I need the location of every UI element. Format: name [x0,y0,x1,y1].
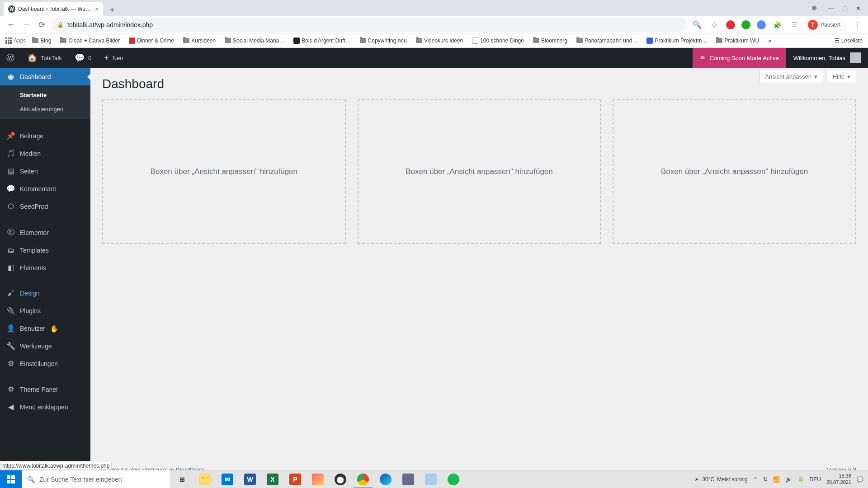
favicon [293,38,300,44]
menu-benutzer[interactable]: 👤Benutzer [0,319,90,337]
menu-werkzeuge[interactable]: 🔧Werkzeuge [0,337,90,355]
folder-icon [183,38,189,43]
comment-icon: 💬 [6,184,15,193]
word-icon[interactable]: W [239,470,261,488]
menu-elements[interactable]: ◧Elements [0,259,90,277]
reading-list-icon[interactable]: ☰ [789,19,800,30]
bookmark-item[interactable]: Cload + Canva Bilder [57,36,123,46]
widget-placeholder[interactable]: Boxen über „Ansicht anpassen" hinzufügen [102,99,346,244]
start-button[interactable] [0,470,22,488]
submenu-aktualisierungen[interactable]: Aktualisierungen [0,102,90,116]
back-button[interactable]: ← [5,19,16,30]
excel-icon[interactable]: X [261,470,284,488]
clock[interactable]: 15:36 28.07.2021 [826,473,851,485]
maximize-button[interactable]: ▢ [842,5,848,12]
browser-tab[interactable]: W Dashboard ‹ TobiTalk — WordPr… × [4,2,103,16]
bookmark-item[interactable]: Videokurs Ideen [413,36,466,46]
app-icon[interactable] [397,470,420,488]
weather-widget[interactable]: ☀ 30°C Meist sonnig [694,476,747,483]
browser-tab-strip: W Dashboard ‹ TobiTalk — WordPr… × + — ▢… [0,0,868,16]
network-icon[interactable]: ⇅ [763,476,768,483]
reading-list-button[interactable]: ☰ Leseliste [835,38,863,44]
screen-options-button[interactable]: Ansicht anpassen▾ [759,70,823,83]
extension-icon-1[interactable] [726,20,735,29]
volume-icon[interactable]: 🔊 [785,476,792,483]
menu-dashboard[interactable]: ◉Dashboard [0,68,90,85]
forward-button[interactable]: → [21,19,32,30]
widget-placeholder[interactable]: Boxen über „Ansicht anpassen" hinzufügen [358,99,601,244]
bookmark-item[interactable]: Panoramabahn und… [574,36,640,46]
notifications-icon[interactable]: 💬 [857,476,863,483]
bookmark-item[interactable]: Praktikum WU [713,36,762,46]
wp-logo-menu[interactable]: ⓦ [0,48,21,68]
menu-plugins[interactable]: 🔌Plugins [0,302,90,319]
menu-collapse[interactable]: ◀Menü einklappen [0,398,90,416]
bookmarks-overflow[interactable]: » [765,37,774,44]
extensions-icon[interactable]: 🧩 [772,19,783,30]
menu-einstellungen[interactable]: ⚙Einstellungen [0,355,90,372]
coming-soon-badge[interactable]: 👁 Coming Soon Mode Active [693,48,786,68]
tray-chevron-icon[interactable]: ⌃ [753,476,758,483]
reload-button[interactable]: ⟳ [36,19,47,30]
comments-menu[interactable]: 💬0 [68,48,98,68]
new-tab-button[interactable]: + [106,4,118,16]
notepad-icon[interactable] [420,470,442,488]
bookmark-item[interactable]: Copywriting neu [357,36,410,46]
widget-placeholder[interactable]: Boxen über „Ansicht anpassen" hinzufügen [613,99,856,244]
chevron-down-icon: ▾ [847,73,850,80]
bookmark-item[interactable]: Praktikum Projektm… [644,36,710,46]
bookmark-item[interactable]: Bois d'Argent Duft… [291,36,353,46]
plus-icon: + [104,53,109,63]
help-button[interactable]: Hilfe▾ [827,70,856,83]
wp-admin-bar: ⓦ 🏠TobiTalk 💬0 +Neu 👁 Coming Soon Mode A… [0,48,868,68]
bookmark-item[interactable]: Kursideen [180,36,218,46]
mail-icon[interactable]: ✉ [216,470,239,488]
wrench-icon: 🔧 [6,342,15,350]
close-window-button[interactable]: ✕ [856,5,861,12]
language-indicator[interactable]: DEU [810,476,821,483]
taskbar-search[interactable]: 🔍 Zur Suche Text hier eingeben [22,470,171,488]
update-indicator-icon[interactable] [812,6,816,10]
menu-seiten[interactable]: ▤Seiten [0,162,90,180]
bookmark-item[interactable]: 100 schöne Dinge [469,36,527,46]
kebab-menu-icon[interactable]: ⋮ [852,19,863,30]
menu-seedprod[interactable]: ⬡SeedProd [0,197,90,215]
user-menu[interactable]: Willkommen, Tobias [786,48,868,68]
spotify-icon[interactable] [442,470,465,488]
apps-button[interactable]: Apps [5,38,26,44]
bookmark-item[interactable]: Dinner & Crime [126,36,177,46]
pin-icon: 📌 [6,131,15,140]
zoom-icon[interactable]: 🔍 [692,19,703,30]
wifi-icon[interactable]: 📶 [773,476,780,483]
battery-icon[interactable]: 🔋 [797,476,804,483]
chrome-icon[interactable] [352,470,374,488]
menu-medien[interactable]: 🎵Medien [0,145,90,162]
menu-theme-panel[interactable]: ⚙Theme Panel [0,380,90,398]
menu-beitraege[interactable]: 📌Beiträge [0,127,90,145]
menu-design[interactable]: 🖌Design [0,285,90,302]
address-bar[interactable]: 🔒 tobitalk.at/wp-admin/index.php [52,18,687,32]
menu-templates[interactable]: 🗂Templates [0,242,90,259]
elements-icon: ◧ [6,263,15,272]
extension-icon-2[interactable] [741,20,750,29]
profile-button[interactable]: T Pausiert [807,19,845,31]
close-tab-icon[interactable]: × [95,5,99,13]
task-view-button[interactable]: ⊞ [171,470,193,488]
bookmark-item[interactable]: Blog [29,36,54,46]
menu-elementor[interactable]: ⒺElementor [0,223,90,242]
obs-icon[interactable]: ⬤ [329,470,352,488]
menu-kommentare[interactable]: 💬Kommentare [0,180,90,197]
site-name-menu[interactable]: 🏠TobiTalk [21,48,68,68]
new-content-menu[interactable]: +Neu [98,48,129,68]
edge-icon[interactable] [374,470,397,488]
minimize-button[interactable]: — [828,5,834,12]
app-icon[interactable] [307,470,329,488]
star-icon[interactable]: ☆ [709,19,720,30]
submenu-startseite[interactable]: Startseite [0,88,90,102]
powerpoint-icon[interactable]: P [284,470,307,488]
file-explorer-icon[interactable]: 📁 [193,470,216,488]
bookmark-item[interactable]: Social Media Mana… [222,36,287,46]
extension-icon-3[interactable] [757,20,766,29]
bookmark-item[interactable]: Bloomberg [530,36,570,46]
browser-toolbar: ← → ⟳ 🔒 tobitalk.at/wp-admin/index.php 🔍… [0,16,868,33]
